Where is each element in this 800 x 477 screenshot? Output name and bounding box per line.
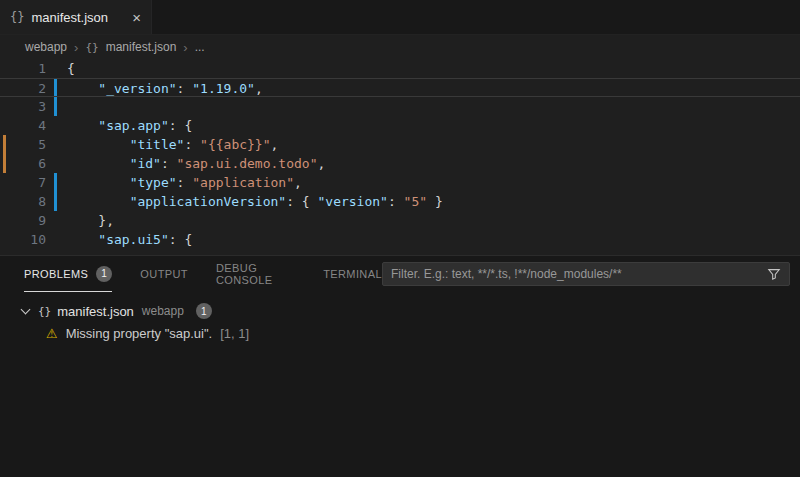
panel-tab-label: DEBUG CONSOLE [216, 262, 295, 286]
code-token: "title" [130, 137, 185, 152]
git-modified-marker [54, 192, 57, 211]
panel-tab-problems[interactable]: PROBLEMS1 [24, 256, 112, 292]
line-number: 1 [6, 59, 46, 78]
code-line-2[interactable]: 2 "_version": "1.19.0", [0, 78, 800, 97]
code-token: : [161, 156, 177, 171]
code-token: "sap.ui.demo.todo" [177, 156, 318, 171]
code-lines: 1{2 "_version": "1.19.0",34 "sap.app": {… [0, 59, 800, 249]
editor[interactable]: 1{2 "_version": "1.19.0",34 "sap.app": {… [0, 59, 800, 255]
code-text: "sap.ui5": { [67, 230, 192, 249]
tab-bar: {} manifest.json × [0, 0, 800, 35]
git-modified-marker [54, 173, 57, 192]
code-token: , [294, 175, 302, 190]
code-token: "1.19.0" [192, 81, 255, 96]
code-text: "title": "{{abc}}", [67, 135, 278, 154]
code-token: : { [286, 194, 317, 209]
code-line-7[interactable]: 7 "type": "application", [0, 173, 800, 192]
breadcrumb-item-webapp[interactable]: webapp [25, 40, 67, 54]
code-text: "_version": "1.19.0", [67, 79, 263, 96]
code-line-9[interactable]: 9 }, [0, 211, 800, 230]
code-token: "{{abc}}" [200, 137, 270, 152]
code-token [67, 156, 130, 171]
file-path: webapp [142, 304, 184, 318]
filter-icon[interactable] [767, 267, 781, 281]
code-line-10[interactable]: 10 "sap.ui5": { [0, 230, 800, 249]
code-line-3[interactable]: 3 [0, 97, 800, 116]
code-token: "_version" [98, 81, 176, 96]
code-token: : [184, 137, 200, 152]
code-token [67, 137, 130, 152]
code-token: : [388, 194, 404, 209]
code-text: "applicationVersion": { "version": "5" } [67, 192, 443, 211]
panel-tab-terminal[interactable]: TERMINAL [323, 256, 382, 292]
filter-input[interactable] [391, 267, 767, 281]
breadcrumb: webapp › {} manifest.json › ... [0, 35, 800, 59]
problem-message: Missing property "sap.ui". [66, 326, 213, 341]
chevron-down-icon[interactable] [20, 305, 32, 317]
code-token: "id" [130, 156, 161, 171]
code-token: : [177, 175, 193, 190]
code-token [67, 175, 130, 190]
git-modified-marker [54, 154, 57, 173]
json-braces-icon: {} [10, 10, 24, 24]
code-token: "application" [192, 175, 294, 190]
problem-row[interactable]: ⚠ Missing property "sap.ui". [1, 1] [0, 322, 800, 344]
code-token [67, 118, 98, 133]
vscode-window: {} manifest.json × webapp › {} manifest.… [0, 0, 800, 477]
problems-file-row[interactable]: {} manifest.json webapp 1 [0, 300, 800, 322]
code-line-4[interactable]: 4 "sap.app": { [0, 116, 800, 135]
line-number: 6 [6, 154, 46, 173]
json-braces-icon: {} [85, 41, 98, 54]
code-token [67, 81, 98, 96]
line-number: 8 [6, 192, 46, 211]
code-token: }, [67, 213, 114, 228]
code-line-1[interactable]: 1{ [0, 59, 800, 78]
git-modified-marker [54, 211, 57, 230]
code-token: : [177, 81, 193, 96]
git-modified-marker [54, 97, 57, 116]
line-number: 4 [6, 116, 46, 135]
code-token: "type" [130, 175, 177, 190]
git-modified-marker [54, 79, 57, 96]
panel-tabs: PROBLEMS1OUTPUTDEBUG CONSOLETERMINAL [24, 256, 382, 292]
panel-tab-label: TERMINAL [323, 268, 382, 280]
close-icon[interactable]: × [132, 10, 141, 25]
panel-tab-debug-console[interactable]: DEBUG CONSOLE [216, 256, 295, 292]
code-line-8[interactable]: 8 "applicationVersion": { "version": "5"… [0, 192, 800, 211]
tab-manifest-json[interactable]: {} manifest.json × [0, 0, 152, 34]
code-token: "version" [317, 194, 387, 209]
problems-list: {} manifest.json webapp 1 ⚠ Missing prop… [0, 292, 800, 344]
code-line-6[interactable]: 6 "id": "sap.ui.demo.todo", [0, 154, 800, 173]
code-text: }, [67, 211, 114, 230]
problem-location: [1, 1] [220, 326, 249, 341]
code-token [67, 194, 130, 209]
chevron-right-icon: › [183, 40, 187, 55]
code-token: "5" [404, 194, 427, 209]
panel-tab-output[interactable]: OUTPUT [140, 256, 188, 292]
breadcrumb-item-manifest-json[interactable]: manifest.json [106, 40, 177, 54]
code-token: "sap.app" [98, 118, 168, 133]
json-braces-icon: {} [38, 305, 51, 318]
code-token: { [67, 61, 75, 76]
panel-header: PROBLEMS1OUTPUTDEBUG CONSOLETERMINAL [0, 256, 800, 292]
tab-title: manifest.json [31, 10, 108, 25]
problems-filter[interactable] [382, 262, 790, 286]
chevron-right-icon: › [74, 40, 78, 55]
code-line-5[interactable]: 5 "title": "{{abc}}", [0, 135, 800, 154]
line-number: 10 [6, 230, 46, 249]
problems-count-badge: 1 [96, 266, 112, 282]
file-problem-count-badge: 1 [196, 303, 212, 319]
line-number: 5 [6, 135, 46, 154]
warning-icon: ⚠ [46, 326, 58, 341]
git-modified-marker [54, 230, 57, 249]
git-modified-marker [54, 59, 57, 78]
panel-tab-label: PROBLEMS [24, 268, 88, 280]
code-text: { [67, 59, 75, 78]
code-text: "id": "sap.ui.demo.todo", [67, 154, 325, 173]
git-modified-marker [54, 135, 57, 154]
breadcrumb-item-ellipsis[interactable]: ... [195, 40, 205, 54]
code-token: : { [169, 118, 192, 133]
code-token [67, 232, 98, 247]
code-token: : { [169, 232, 192, 247]
code-text: "type": "application", [67, 173, 302, 192]
